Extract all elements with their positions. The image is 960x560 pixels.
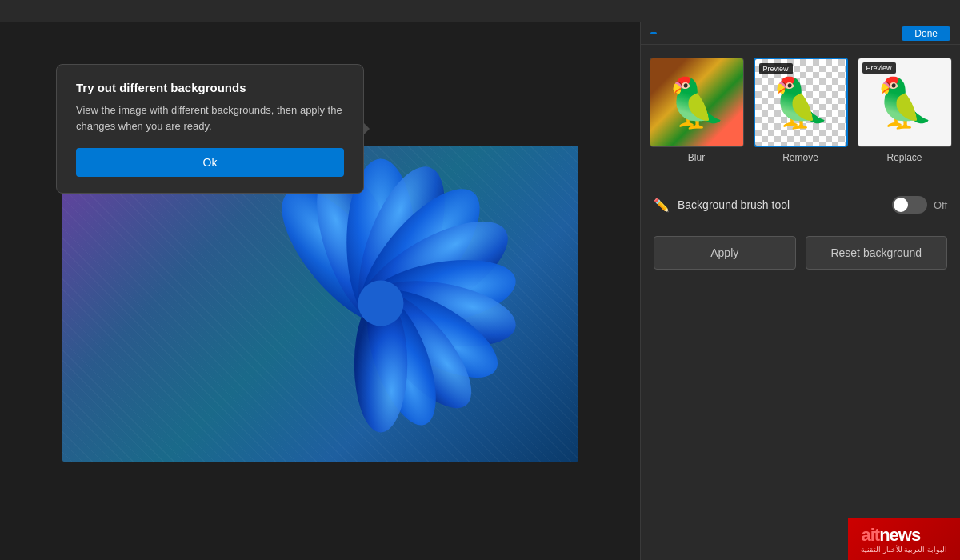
apply-button[interactable]: Apply: [654, 236, 796, 270]
toggle-container: Off: [892, 196, 947, 214]
bg-label-blur: Blur: [688, 152, 705, 163]
right-panel: Done Blur Preview Remove: [640, 22, 960, 560]
bg-option-remove[interactable]: Preview Remove: [754, 58, 848, 163]
brush-icon: ✏️: [654, 198, 670, 213]
watermark: aitnews البوابة العربية للأخبار التقنية: [848, 518, 960, 560]
bg-thumb-blur[interactable]: [650, 58, 744, 147]
bg-option-replace[interactable]: Preview Replace: [858, 58, 952, 163]
toggle-state-label: Off: [934, 199, 947, 211]
bg-thumb-replace[interactable]: Preview: [858, 58, 952, 147]
divider: [654, 178, 947, 178]
win11-wallpaper: [229, 151, 533, 455]
tooltip-description: View the image with different background…: [76, 102, 344, 134]
svg-point-12: [358, 281, 404, 326]
ok-button[interactable]: Ok: [76, 148, 344, 177]
action-buttons: Apply Reset background: [641, 226, 960, 279]
bg-label-replace: Replace: [886, 152, 922, 163]
right-panel-nav: Done: [641, 22, 960, 45]
watermark-subtitle: البوابة العربية للأخبار التقنية: [861, 546, 947, 554]
preview-badge-remove: Preview: [759, 63, 793, 74]
bg-label-remove: Remove: [782, 152, 818, 163]
tooltip-title: Try out different backgrounds: [76, 81, 344, 94]
tooltip-popup: Try out different backgrounds View the i…: [56, 64, 364, 194]
bg-thumb-remove[interactable]: Preview: [754, 58, 848, 147]
nav-dot: [650, 32, 657, 34]
reset-background-button[interactable]: Reset background: [806, 236, 948, 270]
preview-badge-replace: Preview: [862, 62, 896, 74]
main-layout: Try out different backgrounds View the i…: [0, 22, 960, 560]
bg-options: Blur Preview Remove Preview Replace: [641, 45, 960, 170]
top-bar: [0, 0, 960, 22]
brush-tool-row: ✏️ Background brush tool Off: [641, 186, 960, 223]
brush-tool-label: Background brush tool: [678, 198, 884, 211]
brush-tool-toggle[interactable]: [892, 196, 927, 214]
done-button[interactable]: Done: [902, 26, 950, 41]
parrot-blur-image: [650, 58, 743, 146]
canvas-area: Try out different backgrounds View the i…: [0, 22, 640, 560]
bg-option-blur[interactable]: Blur: [650, 58, 744, 163]
watermark-brand: aitnews: [861, 525, 947, 546]
